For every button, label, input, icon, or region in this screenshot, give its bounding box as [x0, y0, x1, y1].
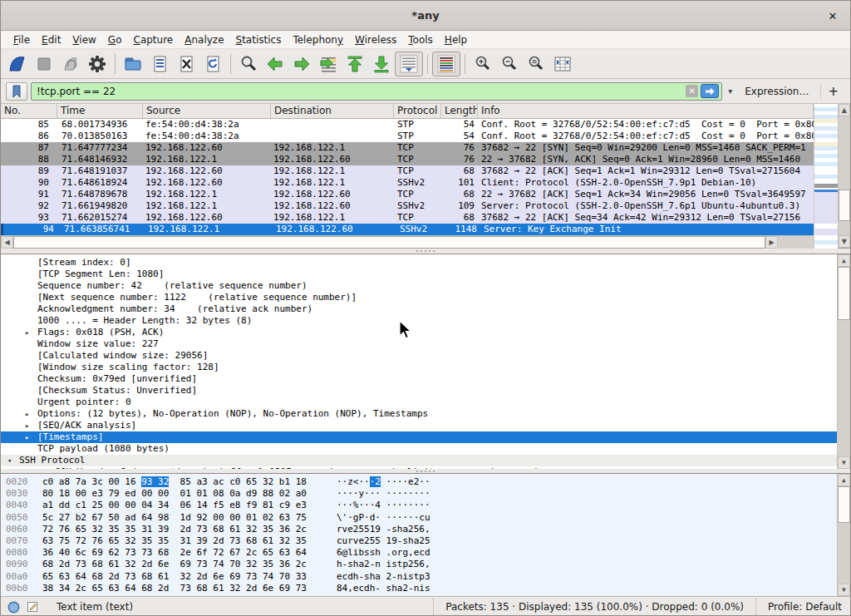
column-header-no[interactable]: No. [1, 104, 57, 118]
menu-view[interactable]: View [66, 32, 101, 47]
close-icon[interactable]: ✕ [825, 8, 840, 23]
hex-row[interactable]: 008036 40 6c 69 62 73 73 68 2e 6f 72 67 … [1, 547, 837, 559]
menu-wireless[interactable]: Wireless [349, 32, 402, 47]
scroll-up-icon[interactable]: ▲ [838, 474, 850, 486]
scroll-up-icon[interactable]: ▲ [838, 254, 850, 267]
zoom-out-button[interactable] [496, 52, 523, 76]
restart-capture-button[interactable] [57, 52, 84, 76]
detail-line[interactable]: [Calculated window size: 29056] [1, 350, 837, 362]
column-header-length[interactable]: Length [441, 104, 478, 118]
start-capture-button[interactable] [4, 52, 31, 76]
detail-line[interactable]: Urgent pointer: 0 [1, 397, 837, 408]
go-forward-button[interactable] [288, 52, 315, 76]
scroll-down-icon[interactable]: ▼ [839, 235, 850, 248]
vscroll-thumb[interactable] [839, 190, 850, 221]
menu-statistics[interactable]: Statistics [230, 32, 288, 47]
scroll-up-icon[interactable]: ▲ [839, 104, 850, 116]
packet-row[interactable]: 9071.648618924192.168.122.60192.168.122.… [1, 177, 814, 189]
detail-line[interactable]: Sequence number: 42 (relative sequence n… [1, 280, 837, 292]
goto-packet-button[interactable] [315, 52, 342, 76]
scroll-down-icon[interactable]: ▼ [838, 584, 850, 596]
packet-row[interactable]: 9171.648789678192.168.122.1192.168.122.6… [1, 189, 814, 200]
capture-options-button[interactable] [84, 52, 111, 76]
zoom-normal-button[interactable] [523, 52, 549, 76]
menu-file[interactable]: File [7, 32, 36, 47]
menu-capture[interactable]: Capture [127, 32, 179, 47]
scroll-left-icon[interactable]: ◀ [1, 236, 13, 249]
menu-edit[interactable]: Edit [36, 32, 66, 47]
filter-history-dropdown[interactable]: ▾ [726, 86, 735, 96]
hex-row[interactable]: 00b038 34 2c 65 63 64 68 2d 73 68 61 32 … [1, 583, 837, 594]
packet-row[interactable]: 8670.013850163fe:54:00:d4:38:2aSTP54Conf… [1, 131, 814, 142]
detail-line-expandable[interactable]: ▸Options: (12 bytes), No-Operation (NOP)… [1, 408, 837, 420]
capture-comment-icon[interactable] [27, 601, 38, 613]
hex-row[interactable]: 003080 18 00 e3 79 ed 00 00 01 01 08 0a … [1, 488, 837, 500]
detail-line[interactable]: TCP payload (1080 bytes) [1, 443, 837, 455]
zoom-in-button[interactable] [470, 52, 496, 76]
hex-row[interactable]: 009068 2d 73 68 61 32 2d 6e 69 73 74 70 … [1, 559, 837, 570]
titlebar[interactable]: *any ✕ [1, 1, 850, 31]
hex-row[interactable]: 007063 75 72 76 65 32 35 35 31 39 2d 73 … [1, 535, 837, 547]
detail-line[interactable]: [Checksum Status: Unverified] [1, 385, 837, 397]
details-vscrollbar[interactable]: ▲ ▼ [837, 254, 850, 469]
add-filter-button[interactable]: + [820, 84, 845, 99]
colorize-toggle[interactable] [432, 52, 460, 76]
display-filter-input[interactable]: !tcp.port == 22 ✕ [31, 82, 722, 101]
detail-line[interactable]: [Stream index: 0] [1, 257, 837, 269]
resize-columns-button[interactable] [549, 52, 576, 76]
close-file-button[interactable] [173, 52, 199, 76]
hex-row[interactable]: 0040a1 dd c1 25 00 00 04 34 06 14 f5 e8 … [1, 500, 837, 511]
open-file-button[interactable] [120, 52, 146, 76]
hex-row[interactable]: 00505c 27 b2 67 50 ad 64 98 1d 92 00 00 … [1, 512, 837, 524]
packet-row[interactable]: 9371.662015274192.168.122.60192.168.122.… [1, 212, 814, 224]
detail-line[interactable]: 1000 .... = Header Length: 32 bytes (8) [1, 315, 837, 327]
hex-row[interactable]: 00a065 63 64 68 2d 73 68 61 32 2d 6e 69 … [1, 571, 837, 583]
hscroll-thumb[interactable] [13, 236, 765, 249]
reload-file-button[interactable] [199, 52, 226, 76]
column-header-info[interactable]: Info [478, 104, 814, 118]
menu-analyze[interactable]: Analyze [179, 32, 229, 47]
display-filter-value[interactable]: !tcp.port == 22 [37, 86, 686, 97]
vscroll-thumb[interactable] [838, 486, 850, 523]
apply-filter-icon[interactable] [701, 84, 719, 98]
packet-row[interactable]: 8971.648191037192.168.122.60192.168.122.… [1, 165, 814, 177]
menu-help[interactable]: Help [439, 32, 473, 47]
detail-line[interactable]: Window size value: 227 [1, 338, 837, 350]
packet-row[interactable]: 8871.648146932192.168.122.1192.168.122.6… [1, 154, 814, 165]
save-file-button[interactable] [146, 52, 173, 76]
packet-minimap[interactable] [814, 104, 838, 249]
column-header-source[interactable]: Source [143, 104, 271, 118]
go-back-button[interactable] [262, 52, 288, 76]
profile-selector[interactable]: Profile: Default [755, 599, 844, 615]
column-header-destination[interactable]: Destination [271, 104, 394, 118]
detail-line[interactable]: [Next sequence number: 1122 (relative se… [1, 292, 837, 303]
detail-line-selected[interactable]: ▸[Timestamps] [1, 431, 837, 443]
filter-bookmark-button[interactable] [6, 82, 27, 101]
packet-list-hscrollbar[interactable]: ◀ ▶ [1, 235, 814, 249]
scroll-right-icon[interactable]: ▶ [765, 236, 778, 249]
column-header-time[interactable]: Time [57, 104, 143, 118]
detail-line-expandable[interactable]: ▸Flags: 0x018 (PSH, ACK) [1, 327, 837, 338]
last-packet-button[interactable] [368, 52, 395, 76]
autoscroll-toggle[interactable] [395, 52, 423, 76]
expert-info-icon[interactable] [7, 601, 20, 614]
detail-line[interactable]: [Window size scaling factor: 128] [1, 362, 837, 373]
hex-row[interactable]: 0020c0 a8 7a 3c 00 16 93 32 85 a3 ac c0 … [1, 476, 837, 488]
hex-vscrollbar[interactable]: ▲ ▼ [837, 474, 850, 596]
packet-row[interactable]: 8568.001734936fe:54:00:d4:38:2aSTP54Conf… [1, 119, 814, 131]
expression-button[interactable]: Expression… [738, 86, 817, 97]
detail-line-expandable[interactable]: ▸[SEQ/ACK analysis] [1, 420, 837, 431]
packet-list-vscrollbar[interactable]: ▲ ▼ [838, 104, 850, 248]
menu-go[interactable]: Go [102, 32, 128, 47]
packet-row[interactable]: 8771.647777234192.168.122.60192.168.122.… [1, 142, 814, 154]
first-packet-button[interactable] [342, 52, 368, 76]
column-header-protocol[interactable]: Protocol [394, 104, 441, 118]
detail-line[interactable]: [TCP Segment Len: 1080] [1, 269, 837, 280]
menu-telephony[interactable]: Telephony [287, 32, 349, 47]
detail-line-expandable[interactable]: ▸SSH Version 2 (encryption:chacha20-poly… [1, 466, 837, 469]
detail-line[interactable]: Checksum: 0x79ed [unverified] [1, 373, 837, 385]
packet-row[interactable]: 9271.661949820192.168.122.1192.168.122.6… [1, 200, 814, 212]
packet-row-selected[interactable]: 9471.663856741192.168.122.1192.168.122.6… [1, 224, 814, 235]
menu-tools[interactable]: Tools [402, 32, 439, 47]
find-packet-button[interactable] [235, 52, 262, 76]
